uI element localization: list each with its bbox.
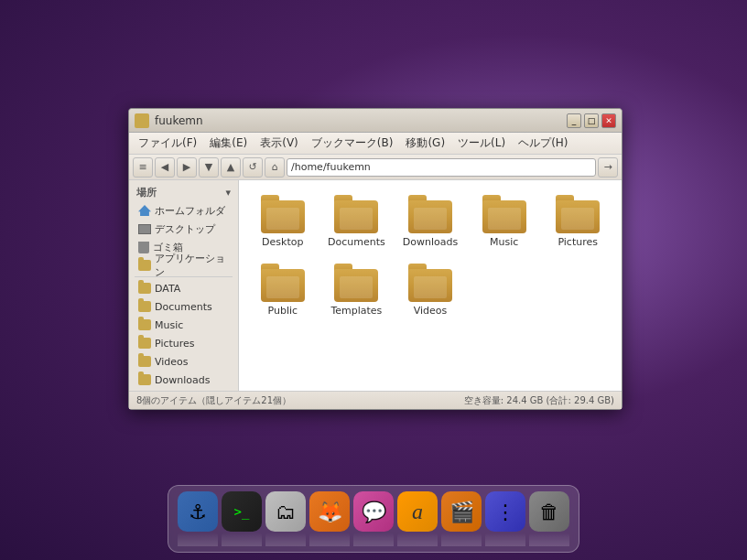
trash-icon xyxy=(138,242,149,253)
sidebar-item-downloads[interactable]: Downloads xyxy=(129,371,238,389)
sidebar: 場所 ▾ ホームフォルダ デスクトップ ゴミ箱 ア xyxy=(129,180,239,391)
menu-go[interactable]: 移動(G) xyxy=(400,134,450,153)
desktop: fuukemn _ □ ✕ ファイル(F) 編集(E) 表示(V) ブックマーク… xyxy=(0,0,747,560)
downloads-folder-icon xyxy=(138,374,151,385)
sidebar-item-home[interactable]: ホームフォルダ xyxy=(129,201,238,220)
toolbar-btn3[interactable]: ▼ xyxy=(199,157,219,178)
folder-icon-desktop xyxy=(261,195,305,233)
dock-item-anchor[interactable]: ⚓ xyxy=(178,491,218,546)
desktop-icon xyxy=(138,224,151,234)
file-name-downloads: Downloads xyxy=(403,236,458,248)
menu-tools[interactable]: ツール(L) xyxy=(452,134,511,153)
dock: ⚓>_🗂🦊💬a🎬⋮🗑 xyxy=(168,485,579,553)
dock-item-terminal[interactable]: >_ xyxy=(222,491,262,546)
status-items: 8個のアイテム（隠しアイテム21個） xyxy=(136,394,291,407)
menu-file[interactable]: ファイル(F) xyxy=(133,134,202,153)
sidebar-home-label: ホームフォルダ xyxy=(155,204,225,218)
sidebar-item-desktop[interactable]: デスクトップ xyxy=(129,220,238,238)
up-button[interactable]: ▲ xyxy=(221,157,241,178)
sidebar-item-apps[interactable]: アプリケーション xyxy=(129,256,238,275)
refresh-button[interactable]: ↺ xyxy=(243,157,263,178)
address-bar[interactable]: /home/fuukemn xyxy=(287,158,596,177)
file-name-templates: Templates xyxy=(330,305,382,317)
menu-bookmarks[interactable]: ブックマーク(B) xyxy=(306,134,399,153)
folder-icon-templates xyxy=(334,264,378,302)
apps-icon xyxy=(138,260,151,271)
dock-icon-anchor: ⚓ xyxy=(178,491,218,532)
file-item-desktop[interactable]: Desktop xyxy=(248,189,318,253)
dock-item-apps[interactable]: ⋮ xyxy=(485,491,525,546)
dock-reflection-trash xyxy=(529,533,569,546)
sidebar-music-label: Music xyxy=(155,319,183,331)
forward-button[interactable]: ▶ xyxy=(177,157,197,178)
dock-item-vlc[interactable]: 🎬 xyxy=(441,491,482,546)
close-button[interactable]: ✕ xyxy=(601,113,616,128)
file-name-videos: Videos xyxy=(414,305,448,317)
dock-reflection-vlc xyxy=(441,533,482,546)
go-button[interactable]: → xyxy=(598,157,618,178)
dock-icon-terminal: >_ xyxy=(222,491,262,532)
menu-bar: ファイル(F) 編集(E) 表示(V) ブックマーク(B) 移動(G) ツール(… xyxy=(129,133,622,155)
file-name-desktop: Desktop xyxy=(262,236,303,248)
folder-icon-public xyxy=(261,264,305,302)
title-bar: fuukemn _ □ ✕ xyxy=(129,109,622,133)
sidebar-downloads-label: Downloads xyxy=(155,374,210,386)
dock-icon-trash: 🗑 xyxy=(529,491,569,532)
back-button[interactable]: ◀ xyxy=(155,157,175,178)
sidebar-section-label: 場所 xyxy=(136,186,157,199)
dock-icon-finder: 🗂 xyxy=(265,491,306,532)
folder-icon-downloads xyxy=(408,195,452,233)
title-bar-left: fuukemn xyxy=(135,113,203,128)
data-folder-icon xyxy=(138,283,151,294)
dock-icon-empathy: 💬 xyxy=(353,491,394,532)
sidebar-section-header: 場所 ▾ xyxy=(129,184,238,201)
file-item-templates[interactable]: Templates xyxy=(322,258,392,322)
documents-folder-icon xyxy=(138,301,151,312)
window-title: fuukemn xyxy=(155,114,203,127)
file-name-documents: Documents xyxy=(328,236,385,248)
minimize-button[interactable]: _ xyxy=(567,113,581,128)
main-content: 場所 ▾ ホームフォルダ デスクトップ ゴミ箱 ア xyxy=(129,180,622,391)
dock-icon-apps: ⋮ xyxy=(485,491,525,532)
menu-view[interactable]: 表示(V) xyxy=(254,134,304,153)
toolbar-icon1[interactable]: ≡ xyxy=(133,157,153,178)
file-item-downloads[interactable]: Downloads xyxy=(395,189,465,253)
file-item-public[interactable]: Public xyxy=(248,258,318,322)
sidebar-item-videos[interactable]: Videos xyxy=(129,352,238,371)
sidebar-desktop-label: デスクトップ xyxy=(155,222,215,236)
dock-icon-amazon: a xyxy=(397,491,438,532)
file-item-music[interactable]: Music xyxy=(470,189,539,253)
home-button[interactable]: ⌂ xyxy=(265,157,285,178)
file-name-pictures: Pictures xyxy=(558,236,598,248)
file-item-documents[interactable]: Documents xyxy=(322,189,392,253)
maximize-button[interactable]: □ xyxy=(584,113,599,128)
dock-reflection-empathy xyxy=(353,533,394,546)
file-item-videos[interactable]: Videos xyxy=(395,258,465,322)
music-folder-icon xyxy=(138,319,151,330)
sidebar-item-documents[interactable]: Documents xyxy=(129,297,238,316)
dock-item-finder[interactable]: 🗂 xyxy=(265,491,306,546)
dock-item-amazon[interactable]: a xyxy=(397,491,438,546)
sidebar-item-pictures[interactable]: Pictures xyxy=(129,334,238,352)
dock-item-firefox[interactable]: 🦊 xyxy=(309,491,350,546)
sidebar-apps-label: アプリケーション xyxy=(155,252,233,279)
file-name-public: Public xyxy=(268,305,298,317)
sidebar-item-data[interactable]: DATA xyxy=(129,279,238,297)
sidebar-documents-label: Documents xyxy=(155,301,212,313)
sidebar-item-music[interactable]: Music xyxy=(129,316,238,334)
sidebar-videos-label: Videos xyxy=(155,356,189,368)
dock-item-empathy[interactable]: 💬 xyxy=(353,491,394,546)
menu-edit[interactable]: 編集(E) xyxy=(204,134,253,153)
menu-help[interactable]: ヘルプ(H) xyxy=(513,134,573,153)
folder-icon-videos xyxy=(408,264,452,302)
file-item-pictures[interactable]: Pictures xyxy=(543,189,612,253)
dock-reflection-finder xyxy=(265,533,306,546)
dock-reflection-anchor xyxy=(178,533,218,546)
sidebar-collapse-icon[interactable]: ▾ xyxy=(225,187,231,199)
sidebar-data-label: DATA xyxy=(155,283,180,295)
address-text: /home/fuukemn xyxy=(291,161,371,173)
file-name-music: Music xyxy=(490,236,518,248)
dock-item-trash[interactable]: 🗑 xyxy=(529,491,569,546)
home-icon xyxy=(138,205,151,216)
window-controls: _ □ ✕ xyxy=(567,113,616,128)
